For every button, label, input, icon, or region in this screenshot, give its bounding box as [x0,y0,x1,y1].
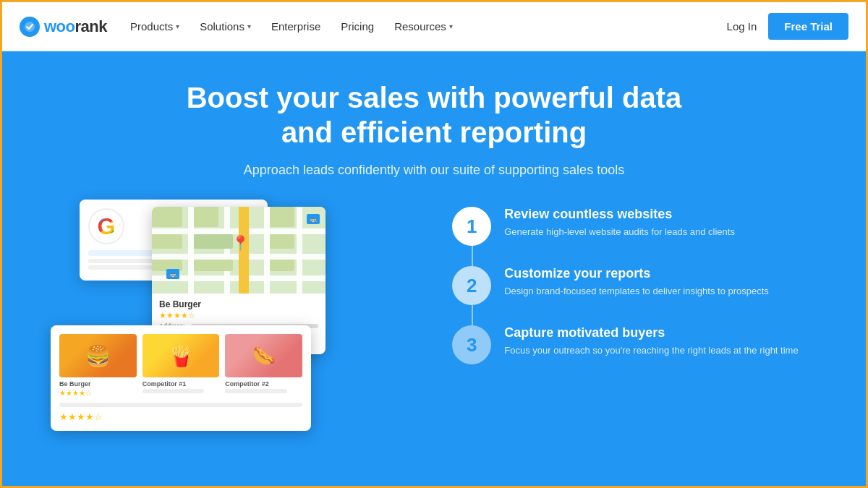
nav-enterprise[interactable]: Enterprise [271,20,320,33]
comp-item-2: 🍟 Competitor #1 [142,334,220,397]
steps-area: 1 Review countless websites Generate hig… [452,200,832,364]
nav-actions: Log In Free Trial [727,13,848,40]
comp-rating-1: ★★★★☆ [59,389,92,397]
chevron-down-icon: ▾ [449,22,453,30]
login-button[interactable]: Log In [727,20,757,33]
step-connector-1-2 [472,246,473,266]
hotdog-image: 🌭 [225,334,302,377]
business-stars: ★★★★☆ [159,311,318,320]
chevron-down-icon: ▾ [247,22,251,30]
step-connector-2-3 [472,305,473,325]
comp-item-1: 🍔 Be Burger ★★★★☆ [59,334,137,397]
step-2: 2 Customize your reports Design brand-fo… [452,266,817,305]
logo-icon [20,17,40,37]
step-3-desc: Focus your outreach so you're reaching t… [504,343,817,358]
logo-wordmark: woorank [44,17,107,36]
navbar: woorank Products ▾ Solutions ▾ Enterpris… [2,2,866,51]
map-bus-icon: 🚌 [307,214,320,224]
nav-resources[interactable]: Resources ▾ [394,20,453,33]
map-pin-icon: 📍 [231,234,250,252]
business-name: Be Burger [159,299,318,309]
comp-bar-2 [142,389,204,393]
free-trial-button[interactable]: Free Trial [768,13,848,40]
comp-bar-3 [225,389,286,393]
comp-label-1: Be Burger [59,380,91,388]
step-1: 1 Review countless websites Generate hig… [452,207,817,246]
step-2-circle: 2 [452,266,491,305]
chevron-down-icon: ▾ [176,22,179,30]
step-1-circle: 1 [452,207,491,246]
step-3-title: Capture motivated buyers [504,325,817,341]
comp-label-3: Competitor #2 [225,380,269,388]
fries-image: 🍟 [142,334,220,377]
map-bus-icon-2: 🚌 [166,269,179,279]
hero-content: G [36,200,832,431]
step-3-circle: 3 [452,325,491,364]
burger-image: 🍔 [59,334,137,377]
nav-pricing[interactable]: Pricing [341,20,374,33]
step-1-title: Review countless websites [504,207,817,222]
comparison-card: 🍔 Be Burger ★★★★☆ 🍟 Competitor #1 🌭 Comp… [51,325,311,431]
hero-section: Boost your sales with powerful dataand e… [2,51,866,488]
hero-title: Boost your sales with powerful dataand e… [187,80,682,150]
comparison-items: 🍔 Be Burger ★★★★☆ 🍟 Competitor #1 🌭 Comp… [59,334,302,397]
step-2-title: Customize your reports [504,266,817,281]
step-1-text: Review countless websites Generate high-… [504,207,817,239]
comp-item-3: 🌭 Competitor #2 [225,334,302,397]
nav-solutions[interactable]: Solutions ▾ [200,20,251,33]
map-visual: 🚌 🚌 📍 [152,207,326,294]
hero-subtitle: Approach leads confidently with our suit… [244,163,624,178]
step-1-desc: Generate high-level website audits for l… [504,225,817,239]
mockup-area: G [36,200,438,431]
step-2-desc: Design brand-focused templates to delive… [504,284,817,299]
nav-links: Products ▾ Solutions ▾ Enterprise Pricin… [130,20,727,33]
comp-label-2: Competitor #1 [142,380,187,388]
step-3: 3 Capture motivated buyers Focus your ou… [452,325,817,364]
step-2-text: Customize your reports Design brand-focu… [504,266,817,299]
nav-products[interactable]: Products ▾ [130,20,179,33]
google-logo-icon: G [88,208,124,244]
step-3-text: Capture motivated buyers Focus your outr… [504,325,817,358]
logo[interactable]: woorank [20,17,107,37]
